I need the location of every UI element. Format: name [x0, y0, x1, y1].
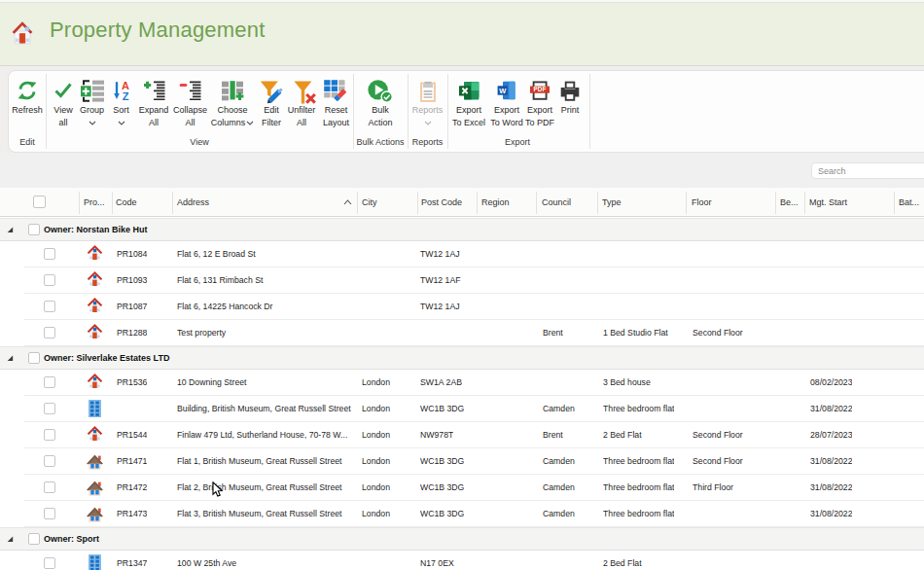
- svg-text:PDF: PDF: [534, 86, 547, 92]
- svg-text:W: W: [499, 87, 507, 95]
- svg-text:Z: Z: [122, 90, 128, 100]
